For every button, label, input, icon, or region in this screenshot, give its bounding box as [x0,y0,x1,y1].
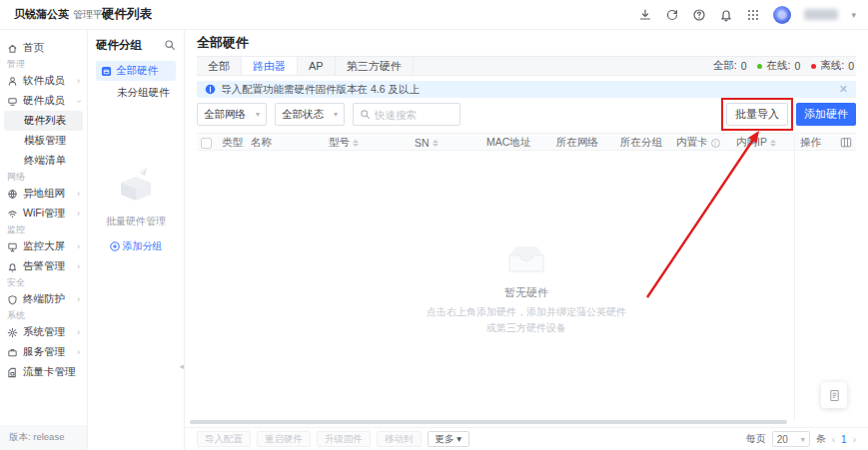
import-config-button[interactable]: 导入配置 [197,431,251,447]
col-network: 所在网络 [556,134,598,152]
sidebar-item-label: 终端清单 [24,154,66,168]
sidebar-item-label: 系统管理 [23,325,65,339]
banner-close-icon[interactable]: ✕ [839,84,848,95]
tab-third-party[interactable]: 第三方硬件 [336,57,414,75]
sidebar-item-alert-management[interactable]: 告警管理 › [0,256,87,276]
shield-icon [7,294,18,305]
plus-circle-icon [110,241,120,251]
chevron-right-icon: › [77,242,80,251]
sidebar-item-hardware-members[interactable]: 硬件成员 › [0,91,87,111]
page-size-select[interactable]: 20 ▾ [772,431,810,447]
sort-icon[interactable] [770,140,776,147]
info-icon [205,84,216,95]
hardware-list-page: { "brand": { "name": "贝锐蒲公英", "platform"… [0,0,868,450]
horizontal-scrollbar[interactable] [190,420,787,424]
chevron-down-icon: ▾ [256,110,260,119]
sort-icon[interactable] [433,140,438,147]
hardware-group-panel: 硬件分组 全部硬件 未分组硬件 批量硬件管理 添加分组 ◂ [88,30,185,450]
restart-hardware-button[interactable]: 重启硬件 [257,431,311,447]
sidebar-item-label: 服务管理 [23,345,65,359]
user-icon [7,76,18,87]
next-page-icon[interactable]: › [853,434,856,445]
sidebar-item-terminal-protection[interactable]: 终端防护 › [0,289,87,309]
sidebar-item-label: 首页 [23,41,44,55]
sidebar-item-home[interactable]: 首页 [0,38,87,58]
panel-collapse-handle[interactable]: ◂ [179,361,184,371]
more-actions-button[interactable]: 更多 ▾ [428,431,469,447]
empty-state: 暂无硬件 点击右上角添加硬件，添加并绑定蒲公英硬件 或第三方硬件设备 [185,241,868,335]
document-icon [828,389,841,402]
quick-search-input[interactable] [375,109,453,121]
sidebar-item-label: WiFi管理 [23,207,65,221]
table-header-row: 类型 名称 型号 SN MAC地址 所在网络 所在分组 内置卡 i 内网IP 操… [197,133,856,151]
globe-icon [7,189,18,200]
top-header: 贝锐蒲公英 管理平台 硬件列表 ▾ [0,0,868,30]
sort-icon[interactable] [353,140,359,147]
floating-document-button[interactable] [821,382,847,408]
tab-all[interactable]: 全部 [197,57,242,75]
group-item-all-hardware[interactable]: 全部硬件 [96,61,176,81]
user-avatar[interactable] [773,6,791,24]
history-icon[interactable] [665,8,679,22]
chevron-right-icon: › [77,348,80,357]
col-sn[interactable]: SN [415,134,438,152]
sidebar-section-system: 系统 [0,309,87,322]
gear-icon [7,327,18,338]
online-dot [757,64,762,69]
sidebar-item-traffic-card-management[interactable]: 流量卡管理 [0,362,87,382]
tab-ap[interactable]: AP [298,57,336,75]
sidebar-item-service-management[interactable]: 服务管理 › [0,342,87,362]
stat-offline: 离线:0 [811,59,854,73]
group-item-ungrouped-hardware[interactable]: 未分组硬件 [96,83,176,103]
sidebar-item-monitor-screen[interactable]: 监控大屏 › [0,236,87,256]
col-name: 名称 [251,134,272,152]
notification-icon[interactable] [719,8,733,22]
group-panel-title: 硬件分组 [96,38,142,53]
status-filter-select[interactable]: 全部状态 ▾ [275,103,345,126]
apps-grid-icon[interactable] [746,8,760,22]
chevron-right-icon: › [77,328,80,337]
sidebar-item-remote-networking[interactable]: 异地组网 › [0,184,87,204]
col-builtin-card: 内置卡 i [676,134,720,152]
batch-management-illustration [96,165,176,207]
chevron-right-icon: › [77,77,80,86]
sidebar-item-system-management[interactable]: 系统管理 › [0,322,87,342]
sidebar: 首页 管理 软件成员 › 硬件成员 › 硬件列表 模板管理 终端清单 网络 异地… [0,30,88,450]
folder-box-icon [101,66,112,77]
chevron-right-icon: › [77,262,80,271]
chevron-down-icon: › [74,100,83,103]
main-content: 全部硬件 全部 路由器 AP 第三方硬件 全部:0 在线:0 离线:0 导入配置… [185,30,868,450]
sidebar-item-template-management[interactable]: 模板管理 [0,131,87,151]
search-icon [360,109,371,120]
chevron-down-icon: ▾ [801,435,805,444]
move-to-button[interactable]: 移动到 [377,431,422,447]
sidebar-item-terminal-list[interactable]: 终端清单 [0,151,87,171]
column-settings-icon[interactable] [840,134,852,152]
sidebar-item-software-members[interactable]: 软件成员 › [0,71,87,91]
col-model[interactable]: 型号 [329,134,359,152]
batch-import-button[interactable]: 批量导入 [726,103,788,126]
sidebar-item-label: 模板管理 [24,134,66,148]
add-hardware-button[interactable]: 添加硬件 [796,103,856,126]
sidebar-item-hardware-list[interactable]: 硬件列表 [4,111,83,131]
sidebar-item-label: 异地组网 [23,187,65,201]
download-icon[interactable] [638,8,652,22]
chevron-right-icon: › [77,190,80,199]
sidebar-item-wifi-management[interactable]: WiFi管理 › [0,204,87,224]
add-group-link[interactable]: 添加分组 [96,239,176,253]
brand-logo[interactable]: 贝锐蒲公英 管理平台 [0,7,92,22]
hardware-type-tabs: 全部 路由器 AP 第三方硬件 全部:0 在线:0 离线:0 [197,56,856,76]
network-filter-select[interactable]: 全部网络 ▾ [197,103,267,126]
page-title: 硬件列表 [102,6,152,23]
tab-router[interactable]: 路由器 [242,57,298,75]
group-item-label: 全部硬件 [116,64,158,78]
current-page[interactable]: 1 [841,434,847,445]
prev-page-icon[interactable]: ‹ [832,434,835,445]
info-icon[interactable]: i [711,139,720,148]
col-intranet-ip[interactable]: 内网IP [736,134,776,152]
search-icon[interactable] [164,39,176,51]
user-menu-chevron-icon[interactable]: ▾ [851,10,856,20]
select-all-checkbox[interactable] [201,134,212,152]
upgrade-firmware-button[interactable]: 升级固件 [317,431,371,447]
help-icon[interactable] [692,8,706,22]
